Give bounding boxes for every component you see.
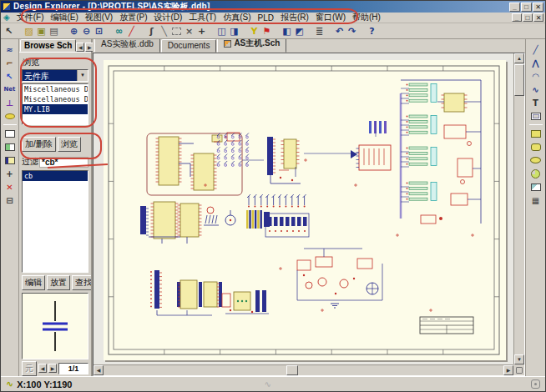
- bus-entry-tool-icon[interactable]: ⌐: [3, 56, 17, 69]
- menu-design[interactable]: 设计(D): [151, 12, 186, 23]
- child-minimize-button[interactable]: _: [512, 13, 522, 22]
- vertical-scrollbar[interactable]: ▲ ▼: [513, 53, 524, 364]
- directive-tool-icon[interactable]: ⊟: [3, 193, 17, 207]
- place-part-button[interactable]: 放置: [47, 275, 70, 290]
- child-restore-button[interactable]: □: [523, 13, 533, 22]
- cursor-tool-icon[interactable]: ↖: [3, 69, 17, 83]
- sheet-entry-tool-icon[interactable]: [3, 140, 17, 153]
- menu-place[interactable]: 放置(P): [116, 12, 150, 23]
- menu-reports[interactable]: 报告(R): [277, 12, 312, 23]
- bezier-tool-icon[interactable]: ∿: [528, 83, 543, 96]
- tab-schematic-active[interactable]: AS主机.Sch: [217, 39, 286, 53]
- zoom-in-icon[interactable]: ⊕: [68, 25, 80, 38]
- browse-library-down-icon[interactable]: ◨: [228, 25, 240, 38]
- sheet-symbol-tool-icon[interactable]: [3, 127, 17, 140]
- hscroll-thumb[interactable]: [286, 365, 298, 375]
- save-icon[interactable]: ▣: [35, 25, 48, 38]
- flag-icon[interactable]: ⚑: [260, 25, 273, 38]
- wire-tool-icon[interactable]: ≈: [3, 43, 17, 56]
- zoom-document-icon[interactable]: ⊡: [93, 25, 105, 38]
- menu-tools[interactable]: 工具(T): [185, 12, 220, 23]
- array-tool-icon[interactable]: ▦: [528, 193, 543, 207]
- child-close-button[interactable]: ✕: [533, 13, 543, 22]
- dropdown-arrow-icon[interactable]: ▼: [77, 70, 88, 81]
- schematic-canvas[interactable]: ▲ ▼ ◀ ▶: [93, 53, 525, 376]
- library-item[interactable]: Miscellaneous De: [23, 94, 88, 104]
- find-part-button[interactable]: 查找: [72, 275, 91, 290]
- part-item-selected[interactable]: cb: [23, 171, 88, 181]
- power-port-tool-icon[interactable]: ⊥: [3, 96, 17, 109]
- polyline-tool-icon[interactable]: ⋀: [528, 56, 543, 69]
- browse-library-up-icon[interactable]: ◫: [215, 25, 228, 38]
- rectangle-tool-icon[interactable]: [528, 127, 543, 140]
- scroll-right-icon[interactable]: ▶: [503, 365, 513, 375]
- find-binoculars-icon[interactable]: ∞: [113, 25, 125, 38]
- scroll-up-icon[interactable]: ▲: [514, 53, 524, 63]
- menu-window[interactable]: 窗口(W): [312, 12, 349, 23]
- wrench-icon[interactable]: ʃ: [145, 25, 158, 38]
- part-mode-button[interactable]: 元: [22, 361, 37, 376]
- line-tool-icon[interactable]: ╱: [528, 43, 543, 56]
- part-oval-tool-icon[interactable]: [3, 109, 17, 123]
- toolbar-group: ʃ╲×+: [145, 25, 208, 38]
- round-rectangle-tool-icon[interactable]: [528, 140, 543, 153]
- drawing-toolbar: ╱⋀◠∿T▦: [525, 39, 545, 376]
- maximize-button[interactable]: □: [521, 3, 532, 12]
- junction-tool-icon[interactable]: +: [3, 167, 17, 180]
- add-remove-library-button[interactable]: 加/删除: [22, 137, 56, 152]
- library-item[interactable]: Miscellaneous De: [23, 84, 88, 94]
- no-erc-tool-icon[interactable]: ✕: [3, 180, 17, 193]
- menu-edit[interactable]: 编辑(E): [47, 12, 81, 23]
- undo-icon[interactable]: ↶: [333, 25, 346, 38]
- scroll-left-icon[interactable]: ◀: [94, 365, 104, 375]
- pencil-icon[interactable]: ╲: [158, 25, 170, 38]
- graphic-tool-icon[interactable]: [528, 180, 543, 193]
- tab-browse-sch[interactable]: Browse Sch: [20, 39, 76, 52]
- tab-ddb[interactable]: AS实验板.ddb: [94, 39, 160, 53]
- library-book-1-icon[interactable]: ◧: [281, 25, 293, 38]
- arc-tool-icon[interactable]: ◠: [528, 69, 543, 83]
- selection-box-icon[interactable]: [170, 25, 183, 38]
- tab-documents[interactable]: Documents: [161, 39, 217, 53]
- frame-tool-icon[interactable]: [528, 109, 543, 123]
- panel-tab-scroll-left[interactable]: ◀: [76, 43, 84, 52]
- menu-file[interactable]: 文件(F): [13, 12, 48, 23]
- library-listbox[interactable]: Miscellaneous De Miscellaneous De MY.LIB: [22, 83, 88, 125]
- zoom-out-icon[interactable]: ⊖: [80, 25, 93, 38]
- scroll-down-icon[interactable]: ▼: [514, 354, 524, 364]
- parts-listbox[interactable]: cb: [22, 170, 88, 273]
- status-bar: ∿ X:100 Y:1190 ∿: [1, 376, 545, 391]
- edit-slash-icon[interactable]: ╱: [125, 25, 138, 38]
- prev-part-button[interactable]: ◀: [38, 364, 47, 373]
- redo-icon[interactable]: ↷: [346, 25, 358, 38]
- annotate-parts-icon[interactable]: ≣: [313, 25, 326, 38]
- minimize-button[interactable]: _: [509, 3, 520, 12]
- probe-icon[interactable]: Y: [248, 25, 260, 38]
- browse-library-button[interactable]: 浏览: [58, 137, 81, 152]
- menu-pld[interactable]: PLD: [255, 13, 277, 23]
- next-part-button[interactable]: ▶: [48, 364, 57, 373]
- select-tool-icon[interactable]: ↖: [3, 25, 15, 38]
- pie-tool-icon[interactable]: [528, 167, 543, 180]
- filter-input[interactable]: *cb*: [39, 157, 88, 168]
- vscroll-thumb[interactable]: [514, 64, 524, 96]
- ellipse-tool-icon[interactable]: [528, 153, 543, 167]
- horizontal-scrollbar[interactable]: ◀ ▶: [94, 364, 513, 375]
- part-tool-icon[interactable]: [3, 153, 17, 167]
- open-document-icon[interactable]: ▨: [23, 25, 35, 38]
- net-label-tool-icon[interactable]: Net: [3, 83, 17, 96]
- library-item-selected[interactable]: MY.LIB: [23, 104, 88, 114]
- cut-cross-icon[interactable]: ×: [183, 25, 195, 38]
- help-icon[interactable]: ?: [366, 25, 378, 38]
- edit-part-button[interactable]: 编辑: [22, 275, 45, 290]
- menu-help[interactable]: 帮助(H): [349, 12, 384, 23]
- menu-view[interactable]: 视图(V): [82, 12, 116, 23]
- schematic-page[interactable]: [104, 60, 506, 360]
- browse-mode-dropdown[interactable]: 元件库 ▼: [22, 69, 88, 82]
- menu-simulate[interactable]: 仿真(S): [220, 12, 254, 23]
- close-button[interactable]: ✕: [533, 3, 543, 12]
- print-icon[interactable]: ▤: [48, 25, 60, 38]
- text-tool-icon[interactable]: T: [528, 96, 543, 109]
- move-icon[interactable]: +: [195, 25, 208, 38]
- library-book-2-icon[interactable]: ◩: [293, 25, 306, 38]
